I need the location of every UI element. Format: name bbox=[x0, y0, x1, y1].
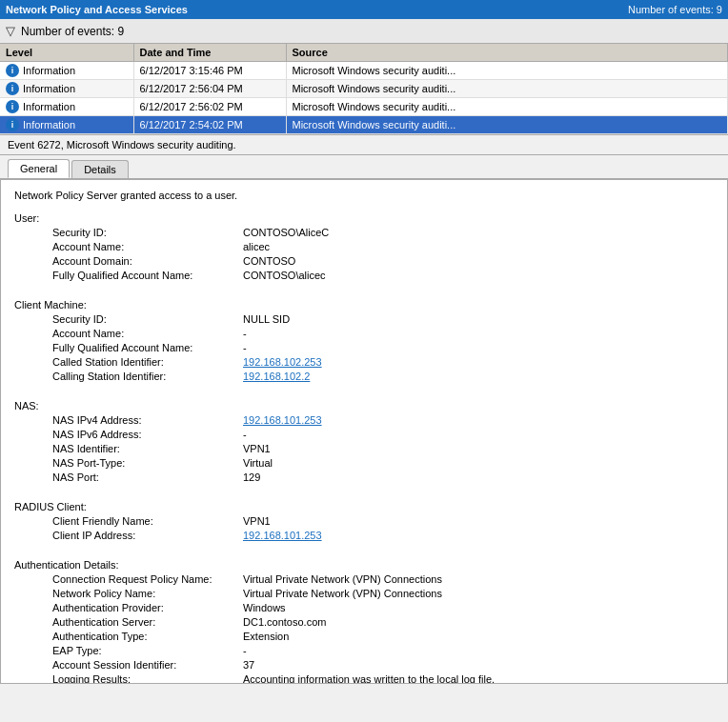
event-level-cell: iInformation bbox=[0, 116, 133, 134]
filter-bar: ▽ Number of events: 9 bbox=[0, 19, 728, 44]
detail-value: - bbox=[243, 644, 714, 657]
detail-key: Client IP Address: bbox=[52, 529, 243, 542]
event-source: Microsoft Windows security auditi... bbox=[286, 116, 728, 134]
tab-general[interactable]: General bbox=[8, 159, 70, 178]
detail-value: CONTOSO\alicec bbox=[243, 269, 714, 282]
detail-key: NAS Identifier: bbox=[52, 442, 243, 455]
detail-intro: Network Policy Server granted access to … bbox=[14, 190, 714, 201]
table-row[interactable]: iInformation6/12/2017 2:56:02 PMMicrosof… bbox=[0, 98, 728, 116]
detail-value: Virtual bbox=[243, 456, 714, 470]
detail-key: Client Friendly Name: bbox=[52, 514, 243, 528]
detail-key: Authentication Server: bbox=[52, 615, 243, 629]
title-bar: Network Policy and Access Services Numbe… bbox=[0, 0, 728, 19]
info-icon: i bbox=[6, 64, 19, 77]
detail-grid: Security ID:NULL SIDAccount Name:-Fully … bbox=[52, 312, 714, 383]
filter-icon: ▽ bbox=[6, 24, 15, 38]
level-label: Information bbox=[23, 119, 75, 130]
detail-key: NAS IPv4 Address: bbox=[52, 413, 243, 427]
event-datetime: 6/12/2017 3:15:46 PM bbox=[133, 62, 286, 80]
info-icon: i bbox=[6, 118, 19, 131]
detail-value: VPN1 bbox=[243, 514, 714, 528]
event-source: Microsoft Windows security auditi... bbox=[286, 80, 728, 98]
detail-value: - bbox=[243, 428, 714, 441]
detail-key: Account Name: bbox=[52, 240, 243, 253]
event-description: Event 6272, Microsoft Windows security a… bbox=[0, 134, 728, 155]
section-label: NAS: bbox=[14, 400, 714, 411]
detail-key: Connection Request Policy Name: bbox=[52, 572, 243, 586]
event-source: Microsoft Windows security auditi... bbox=[286, 98, 728, 116]
detail-key: Fully Qualified Account Name: bbox=[52, 341, 243, 354]
level-label: Information bbox=[23, 83, 75, 94]
detail-section: RADIUS Client:Client Friendly Name:VPN1C… bbox=[14, 501, 714, 550]
info-icon: i bbox=[6, 82, 19, 95]
tabs-container: General Details bbox=[0, 155, 728, 179]
event-level-cell: iInformation bbox=[0, 98, 133, 116]
detail-key: Security ID: bbox=[52, 312, 243, 326]
detail-grid: NAS IPv4 Address:192.168.101.253NAS IPv6… bbox=[52, 413, 714, 484]
detail-section: Authentication Details:Connection Reques… bbox=[14, 559, 714, 684]
detail-section: NAS:NAS IPv4 Address:192.168.101.253NAS … bbox=[14, 400, 714, 491]
detail-key: EAP Type: bbox=[52, 644, 243, 657]
event-source: Microsoft Windows security auditi... bbox=[286, 62, 728, 80]
tab-details[interactable]: Details bbox=[71, 160, 129, 178]
section-label: Client Machine: bbox=[14, 299, 714, 311]
detail-key: Authentication Provider: bbox=[52, 601, 243, 614]
detail-grid: Security ID:CONTOSO\AliceCAccount Name:a… bbox=[52, 226, 714, 282]
detail-value: - bbox=[243, 341, 714, 354]
detail-value[interactable]: 192.168.102.253 bbox=[243, 355, 714, 369]
detail-key: Calling Station Identifier: bbox=[52, 370, 243, 383]
detail-value[interactable]: 192.168.101.253 bbox=[243, 413, 714, 427]
detail-value: Windows bbox=[243, 601, 714, 614]
filter-text: Number of events: 9 bbox=[21, 25, 124, 38]
table-row[interactable]: iInformation6/12/2017 2:56:04 PMMicrosof… bbox=[0, 80, 728, 98]
detail-value: Accounting information was written to th… bbox=[243, 672, 714, 684]
level-label: Information bbox=[23, 65, 75, 76]
detail-key: NAS Port-Type: bbox=[52, 456, 243, 470]
detail-value: Virtual Private Network (VPN) Connection… bbox=[243, 572, 714, 586]
detail-value: DC1.contoso.com bbox=[243, 615, 714, 629]
title-bar-title: Network Policy and Access Services bbox=[6, 4, 188, 15]
detail-key: Security ID: bbox=[52, 226, 243, 239]
col-header-source[interactable]: Source bbox=[286, 44, 728, 62]
event-level-cell: iInformation bbox=[0, 62, 133, 80]
event-datetime: 6/12/2017 2:56:04 PM bbox=[133, 80, 286, 98]
detail-key: NAS IPv6 Address: bbox=[52, 428, 243, 441]
detail-key: Account Domain: bbox=[52, 254, 243, 268]
detail-value: Extension bbox=[243, 630, 714, 643]
detail-value: 129 bbox=[243, 471, 714, 484]
table-row[interactable]: iInformation6/12/2017 2:54:02 PMMicrosof… bbox=[0, 116, 728, 134]
detail-panel: Network Policy Server granted access to … bbox=[0, 179, 728, 684]
detail-value: CONTOSO\AliceC bbox=[243, 226, 714, 239]
detail-key: Network Policy Name: bbox=[52, 587, 243, 600]
detail-section: Client Machine:Security ID:NULL SIDAccou… bbox=[14, 299, 714, 391]
events-table: Level Date and Time Source iInformation6… bbox=[0, 44, 728, 134]
detail-key: Account Name: bbox=[52, 327, 243, 340]
section-label: RADIUS Client: bbox=[14, 501, 714, 512]
event-datetime: 6/12/2017 2:56:02 PM bbox=[133, 98, 286, 116]
detail-value: - bbox=[243, 327, 714, 340]
event-level-cell: iInformation bbox=[0, 80, 133, 98]
detail-key: NAS Port: bbox=[52, 471, 243, 484]
event-description-text: Event 6272, Microsoft Windows security a… bbox=[8, 139, 236, 150]
table-row[interactable]: iInformation6/12/2017 3:15:46 PMMicrosof… bbox=[0, 62, 728, 80]
title-bar-event-count: Number of events: 9 bbox=[628, 4, 722, 15]
detail-key: Fully Qualified Account Name: bbox=[52, 269, 243, 282]
detail-key: Authentication Type: bbox=[52, 630, 243, 643]
col-header-level[interactable]: Level bbox=[0, 44, 133, 62]
detail-key: Account Session Identifier: bbox=[52, 658, 243, 672]
detail-grid: Connection Request Policy Name:Virtual P… bbox=[52, 572, 714, 684]
section-label: Authentication Details: bbox=[14, 559, 714, 571]
detail-key: Logging Results: bbox=[52, 672, 243, 684]
detail-grid: Client Friendly Name:VPN1Client IP Addre… bbox=[52, 514, 714, 542]
detail-value: 37 bbox=[243, 658, 714, 672]
detail-key: Called Station Identifier: bbox=[52, 355, 243, 369]
detail-value: Virtual Private Network (VPN) Connection… bbox=[243, 587, 714, 600]
col-header-datetime[interactable]: Date and Time bbox=[133, 44, 286, 62]
detail-value: NULL SID bbox=[243, 312, 714, 326]
level-label: Information bbox=[23, 101, 75, 112]
detail-section: User:Security ID:CONTOSO\AliceCAccount N… bbox=[14, 212, 714, 290]
detail-value: VPN1 bbox=[243, 442, 714, 455]
detail-value[interactable]: 192.168.101.253 bbox=[243, 529, 714, 542]
info-icon: i bbox=[6, 100, 19, 113]
detail-value[interactable]: 192.168.102.2 bbox=[243, 370, 714, 383]
